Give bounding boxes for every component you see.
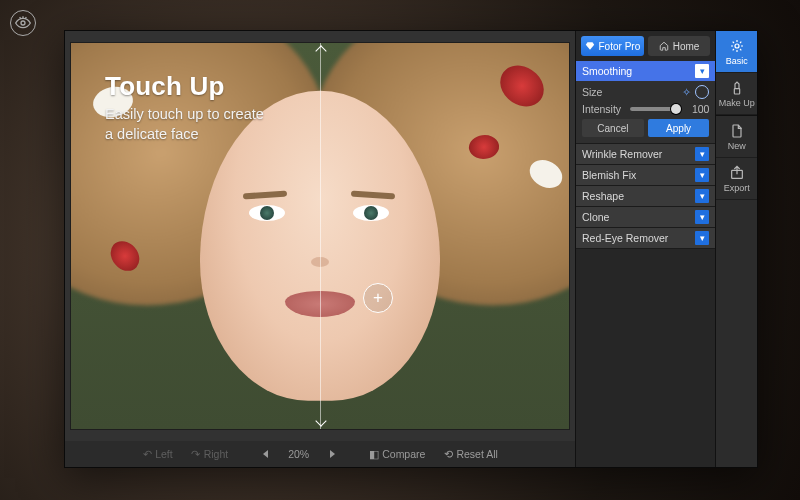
chevron-down-icon: ▾ xyxy=(695,147,709,161)
canvas-wrap: Touch Up Easily touch up to create a del… xyxy=(65,31,575,441)
app-window: Touch Up Easily touch up to create a del… xyxy=(64,30,758,468)
svg-point-1 xyxy=(735,44,739,48)
rail-new-label: New xyxy=(728,141,746,151)
wrinkle-remover-label: Wrinkle Remover xyxy=(582,148,662,160)
image-canvas[interactable]: Touch Up Easily touch up to create a del… xyxy=(71,43,569,429)
svg-point-0 xyxy=(21,21,25,25)
svg-rect-2 xyxy=(734,88,739,93)
smoothing-buttons: Cancel Apply xyxy=(582,119,709,137)
rotate-left-icon: ↶ xyxy=(142,449,152,459)
clone-header[interactable]: Clone ▾ xyxy=(576,207,715,227)
overlay-subtitle: Easily touch up to create a delicate fac… xyxy=(105,105,264,144)
rotate-right-icon: ↷ xyxy=(191,449,201,459)
reset-icon: ⟲ xyxy=(443,449,453,459)
intensity-label: Intensity xyxy=(582,103,626,115)
canvas-column: Touch Up Easily touch up to create a del… xyxy=(65,31,576,467)
chevron-down-icon: ▾ xyxy=(695,231,709,245)
compare-icon: ◧ xyxy=(369,449,379,459)
intensity-row: Intensity 100 xyxy=(582,103,709,115)
export-icon xyxy=(729,165,745,181)
reshape-label: Reshape xyxy=(582,190,624,202)
home-button[interactable]: Home xyxy=(648,36,711,56)
compare-label: Compare xyxy=(382,448,425,460)
smoothing-title: Smoothing xyxy=(582,65,632,77)
zoom-value: 20% xyxy=(288,448,309,460)
section-smoothing: Smoothing ▾ Size ✧ Intensity xyxy=(576,61,715,144)
triangle-left-icon xyxy=(263,450,268,458)
brush-preview[interactable] xyxy=(695,85,709,99)
rail-makeup[interactable]: Make Up xyxy=(716,73,757,115)
fotor-pro-button[interactable]: Fotor Pro xyxy=(581,36,644,56)
smoothing-body: Size ✧ Intensity 100 Cance xyxy=(576,81,715,143)
clone-label: Clone xyxy=(582,211,609,223)
blemish-fix-header[interactable]: Blemish Fix ▾ xyxy=(576,165,715,185)
cancel-button[interactable]: Cancel xyxy=(582,119,644,137)
wrinkle-remover-header[interactable]: Wrinkle Remover ▾ xyxy=(576,144,715,164)
canvas-bottom-bar: ↶ Left ↷ Right 20% ◧ Compare ⟲ R xyxy=(65,441,575,467)
fotor-pro-label: Fotor Pro xyxy=(599,41,641,52)
chevron-down-icon: ▾ xyxy=(695,168,709,182)
rail-basic[interactable]: Basic xyxy=(716,31,757,73)
blemish-fix-label: Blemish Fix xyxy=(582,169,636,181)
chevron-down-icon: ▾ xyxy=(695,210,709,224)
zoom-out-button[interactable] xyxy=(254,447,276,461)
rotate-right-button[interactable]: ↷ Right xyxy=(185,446,235,462)
apply-button[interactable]: Apply xyxy=(648,119,710,137)
preview-eye-button[interactable] xyxy=(10,10,36,36)
reset-all-label: Reset All xyxy=(456,448,497,460)
add-point-handle[interactable]: + xyxy=(363,283,393,313)
cancel-label: Cancel xyxy=(597,123,628,134)
rail-export[interactable]: Export xyxy=(716,158,757,200)
rotate-right-label: Right xyxy=(204,448,229,460)
sparkle-icon xyxy=(729,38,745,54)
size-label: Size xyxy=(582,86,626,98)
rotate-left-label: Left xyxy=(155,448,173,460)
rail-basic-label: Basic xyxy=(726,56,748,66)
zoom-level[interactable]: 20% xyxy=(282,446,315,462)
intensity-value: 100 xyxy=(685,103,709,115)
rail-makeup-label: Make Up xyxy=(719,98,755,108)
diamond-icon xyxy=(585,41,595,51)
size-row: Size ✧ xyxy=(582,85,709,99)
smoothing-header[interactable]: Smoothing ▾ xyxy=(576,61,715,81)
reset-all-button[interactable]: ⟲ Reset All xyxy=(437,446,503,462)
eye-icon xyxy=(15,15,31,31)
red-eye-remover-label: Red-Eye Remover xyxy=(582,232,668,244)
intensity-slider[interactable] xyxy=(630,107,681,111)
zoom-in-button[interactable] xyxy=(321,447,343,461)
rotate-left-button[interactable]: ↶ Left xyxy=(136,446,179,462)
rail-new[interactable]: New xyxy=(716,116,757,158)
compare-divider[interactable] xyxy=(320,43,321,429)
apply-label: Apply xyxy=(666,123,691,134)
file-icon xyxy=(729,123,745,139)
tools-panel: Fotor Pro Home Smoothing ▾ Size ✧ xyxy=(576,31,716,467)
decorative-eye xyxy=(249,205,285,221)
chevron-down-icon: ▾ xyxy=(695,64,709,78)
red-eye-remover-header[interactable]: Red-Eye Remover ▾ xyxy=(576,228,715,248)
brush-link-icon[interactable]: ✧ xyxy=(682,86,691,98)
rail-export-label: Export xyxy=(724,183,750,193)
reshape-header[interactable]: Reshape ▾ xyxy=(576,186,715,206)
chevron-down-icon: ▾ xyxy=(695,189,709,203)
compare-button[interactable]: ◧ Compare xyxy=(363,446,431,462)
triangle-right-icon xyxy=(330,450,335,458)
workspace: Touch Up Easily touch up to create a del… xyxy=(65,31,757,467)
overlay-title: Touch Up xyxy=(105,71,225,102)
plus-icon: + xyxy=(373,288,383,308)
panel-top-buttons: Fotor Pro Home xyxy=(576,31,715,61)
lipstick-icon xyxy=(729,80,745,96)
home-icon xyxy=(659,41,669,51)
decorative-eye xyxy=(353,205,389,221)
right-rail: Basic Make Up New Export xyxy=(716,31,757,467)
home-label: Home xyxy=(673,41,700,52)
